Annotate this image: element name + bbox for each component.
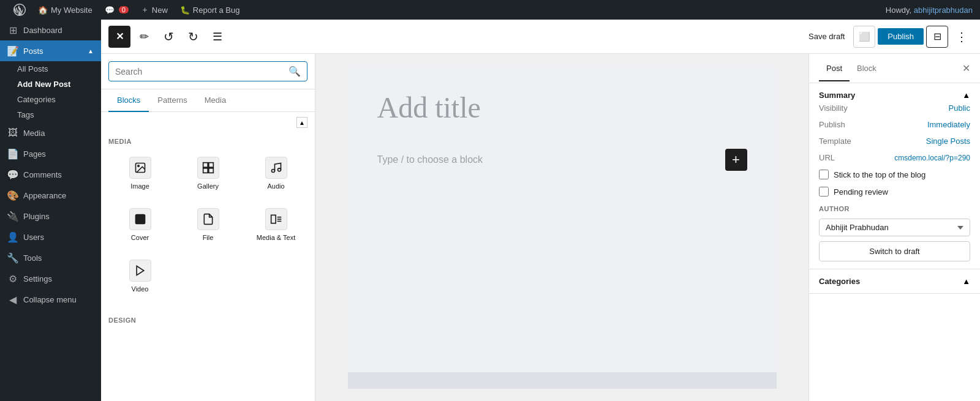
search-input[interactable] xyxy=(115,67,284,77)
publish-button[interactable]: Publish xyxy=(878,28,924,45)
comment-icon: 💬 xyxy=(105,6,115,15)
block-inserter: 🔍 Blocks Patterns Media ▲ MEDIA xyxy=(101,54,315,401)
settings-label: Settings xyxy=(23,274,52,283)
categories-label: Categories xyxy=(17,95,56,104)
add-block-button[interactable]: + xyxy=(725,149,747,171)
sidebar-sub-add-new[interactable]: Add New Post xyxy=(0,77,101,92)
sidebar-sub-all-posts[interactable]: All Posts xyxy=(0,61,101,77)
sidebar-item-appearance[interactable]: 🎨 Appearance xyxy=(0,185,101,206)
preview-button[interactable]: ⬜ xyxy=(853,26,875,48)
block-item-file[interactable]: File xyxy=(176,201,239,248)
switch-draft-button[interactable]: Switch to draft xyxy=(819,241,970,261)
sidebar-item-posts[interactable]: 📝 Posts ▲ xyxy=(0,40,101,61)
image-block-label: Image xyxy=(130,182,149,190)
media-section-title: MEDIA xyxy=(108,130,307,150)
tab-media[interactable]: Media xyxy=(196,89,235,112)
post-body-placeholder[interactable]: Type / to choose a block xyxy=(377,154,483,165)
media-label: Media xyxy=(23,129,45,138)
admin-bar-right: Howdy, abhijitprabhudan xyxy=(886,6,973,15)
new-label: New xyxy=(152,6,168,15)
inserter-tabs: Blocks Patterns Media xyxy=(101,89,315,112)
post-title-area[interactable]: Add title xyxy=(348,66,777,137)
summary-chevron-icon: ▲ xyxy=(962,91,970,100)
block-item-media-text[interactable]: Media & Text xyxy=(244,201,307,248)
stick-top-checkbox[interactable] xyxy=(819,170,829,179)
summary-section-header[interactable]: Summary ▲ xyxy=(819,91,970,100)
site-name-item[interactable]: 🏠 My Website xyxy=(32,0,99,20)
template-row: Template Single Posts xyxy=(819,133,970,149)
post-title-placeholder[interactable]: Add title xyxy=(377,91,747,124)
settings-panel-icon: ⊟ xyxy=(933,31,941,42)
sidebar-item-media[interactable]: 🖼 Media xyxy=(0,122,101,143)
sidebar-item-pages[interactable]: 📄 Pages xyxy=(0,143,101,164)
redo-button[interactable]: ↻ xyxy=(182,26,204,48)
block-list: ▲ MEDIA Image xyxy=(101,112,315,401)
dashboard-label: Dashboard xyxy=(23,26,62,35)
comments-item[interactable]: 💬 0 xyxy=(99,0,135,20)
users-icon: 👤 xyxy=(7,231,18,242)
sidebar-item-dashboard[interactable]: ⊞ Dashboard xyxy=(0,20,101,40)
svg-point-6 xyxy=(271,170,274,173)
wp-logo-item[interactable] xyxy=(7,0,32,20)
pages-icon: 📄 xyxy=(7,148,18,159)
block-item-image[interactable]: Image xyxy=(108,150,172,197)
sidebar-item-tools[interactable]: 🔧 Tools xyxy=(0,247,101,268)
tab-patterns[interactable]: Patterns xyxy=(149,89,195,112)
pending-review-checkbox[interactable] xyxy=(819,187,829,197)
url-value[interactable]: cmsdemo.local/?p=290 xyxy=(894,154,970,162)
add-new-label: Add New Post xyxy=(17,80,70,89)
new-content-item[interactable]: ＋ New xyxy=(135,0,174,20)
posts-chevron: ▲ xyxy=(88,48,94,54)
file-block-icon xyxy=(197,208,219,230)
username-text[interactable]: abhijitprabhudan xyxy=(914,6,973,15)
save-draft-button[interactable]: Save draft xyxy=(802,28,851,45)
edit-button[interactable]: ✏ xyxy=(133,26,155,48)
sidebar-item-users[interactable]: 👤 Users xyxy=(0,227,101,247)
block-item-gallery[interactable]: Gallery xyxy=(176,150,239,197)
report-bug-item[interactable]: 🐛 Report a Bug xyxy=(174,0,246,20)
sidebar: ⊞ Dashboard 📝 Posts ▲ All Posts Add New … xyxy=(0,20,101,401)
tags-label: Tags xyxy=(17,110,34,119)
users-label: Users xyxy=(23,233,44,242)
sidebar-item-settings[interactable]: ⚙ Settings xyxy=(0,268,101,289)
categories-section-header[interactable]: Categories ▲ xyxy=(819,277,970,286)
sidebar-item-plugins[interactable]: 🔌 Plugins xyxy=(0,206,101,227)
panel-tab-post[interactable]: Post xyxy=(819,56,850,81)
sidebar-sub-tags[interactable]: Tags xyxy=(0,107,101,122)
editor-canvas[interactable]: Add title Type / to choose a block + xyxy=(315,54,809,401)
block-item-video[interactable]: Video xyxy=(108,253,172,299)
settings-panel-button[interactable]: ⊟ xyxy=(926,26,948,48)
list-view-button[interactable]: ☰ xyxy=(206,26,228,48)
tools-label: Tools xyxy=(23,253,42,263)
sidebar-item-comments[interactable]: 💬 Comments xyxy=(0,164,101,185)
block-item-audio[interactable]: Audio xyxy=(244,150,307,197)
post-area: Add title Type / to choose a block + xyxy=(348,66,777,372)
block-grid-media: Image Gallery Audio xyxy=(108,150,307,248)
panel-tab-block[interactable]: Block xyxy=(850,56,884,81)
visibility-value[interactable]: Public xyxy=(949,103,970,113)
summary-title: Summary xyxy=(819,91,855,100)
cover-block-label: Cover xyxy=(131,234,149,241)
undo-button[interactable]: ↺ xyxy=(157,26,179,48)
scroll-up-button[interactable]: ▲ xyxy=(296,117,307,128)
publish-row: Publish Immediately xyxy=(819,116,970,133)
author-select[interactable]: Abhijit Prabhudan xyxy=(819,219,970,236)
publish-row-value[interactable]: Immediately xyxy=(927,120,970,129)
preview-icon: ⬜ xyxy=(859,31,870,42)
collapse-icon: ◀ xyxy=(7,294,18,305)
close-button[interactable]: ✕ xyxy=(108,26,130,48)
comments-sidebar-icon: 💬 xyxy=(7,169,18,180)
gallery-block-icon xyxy=(197,157,219,179)
sidebar-sub-categories[interactable]: Categories xyxy=(0,92,101,107)
categories-title: Categories xyxy=(819,277,860,286)
block-item-cover[interactable]: Cover xyxy=(108,201,172,248)
template-value[interactable]: Single Posts xyxy=(926,137,970,146)
more-options-button[interactable]: ⋮ xyxy=(951,26,973,48)
sidebar-collapse[interactable]: ◀ Collapse menu xyxy=(0,289,101,310)
canvas-gray-bar xyxy=(348,372,777,389)
panel-close-button[interactable]: ✕ xyxy=(962,62,970,74)
summary-section: Summary ▲ Visibility Public Publish Imme… xyxy=(809,83,980,269)
bug-icon: 🐛 xyxy=(180,6,190,15)
tab-blocks[interactable]: Blocks xyxy=(108,89,149,112)
right-panel-header: Post Block ✕ xyxy=(809,54,980,83)
